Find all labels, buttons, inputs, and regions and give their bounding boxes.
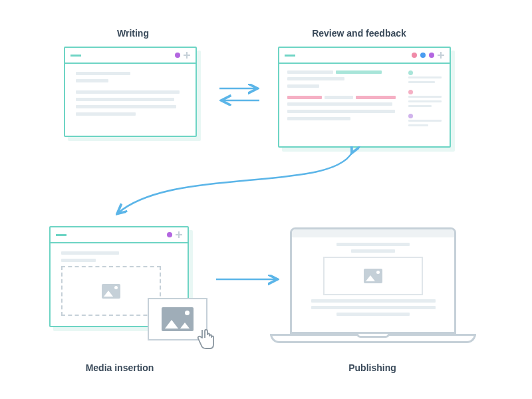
review-content (287, 70, 402, 129)
comment-line (408, 120, 442, 122)
text-line (61, 259, 96, 262)
comment-line (408, 81, 435, 83)
comment-marker (408, 90, 413, 94)
window-controls (175, 52, 190, 59)
dot-icon (429, 53, 434, 58)
text-line (76, 98, 174, 101)
window-header (65, 48, 196, 64)
text-line (287, 70, 333, 74)
comment-line (408, 96, 442, 98)
plus-icon (176, 231, 182, 238)
bidirectional-arrow-icon (213, 78, 266, 112)
window-header (51, 227, 188, 243)
text-line (351, 249, 395, 253)
window-controls (412, 52, 444, 59)
image-icon (102, 284, 120, 299)
arrow-right-icon (213, 273, 286, 286)
window-body (65, 64, 196, 128)
text-line (76, 112, 136, 116)
laptop-screen (290, 227, 456, 334)
text-line (336, 243, 410, 246)
plus-icon (438, 52, 444, 59)
image-dropzone (61, 266, 161, 316)
review-window (278, 47, 451, 148)
text-line (311, 306, 436, 309)
highlight-pink (287, 96, 322, 99)
text-line (325, 96, 353, 99)
text-line (336, 313, 410, 316)
dot-icon (412, 53, 417, 58)
comment-marker (408, 70, 413, 75)
text-line (287, 110, 395, 113)
plus-icon (184, 52, 190, 59)
image-icon (364, 269, 382, 283)
review-label: Review and feedback (293, 28, 426, 39)
browser-chrome (292, 229, 454, 237)
dot-icon (420, 53, 426, 58)
text-line (76, 72, 130, 75)
review-comments (408, 70, 442, 129)
comment-line (408, 76, 442, 78)
writing-window (64, 47, 197, 137)
text-line (76, 79, 108, 82)
text-line (76, 90, 180, 94)
text-line (287, 117, 350, 120)
text-line (311, 299, 436, 303)
writing-label: Writing (93, 28, 173, 39)
text-line (61, 251, 119, 255)
text-line (287, 84, 319, 88)
window-header (279, 48, 450, 64)
menu-icon (56, 234, 66, 236)
media-label: Media insertion (66, 362, 173, 373)
laptop-notch (356, 334, 390, 338)
laptop-base (270, 334, 476, 343)
comment-line (408, 124, 428, 126)
dot-icon (167, 232, 172, 237)
laptop (290, 227, 476, 343)
published-image (323, 257, 423, 295)
highlight-pink (356, 96, 396, 99)
pointer-cursor-icon (197, 329, 215, 350)
dot-icon (175, 53, 180, 58)
comment-line (408, 105, 432, 107)
text-line (76, 105, 176, 108)
comment-line (408, 100, 442, 102)
curved-arrow-icon (106, 146, 372, 226)
menu-icon (285, 55, 295, 57)
image-icon (162, 307, 194, 331)
highlight-teal (336, 70, 382, 74)
window-controls (167, 231, 182, 238)
publishing-label: Publishing (319, 362, 426, 373)
text-line (287, 102, 392, 106)
menu-icon (70, 55, 81, 57)
text-line (287, 77, 344, 80)
window-body (279, 64, 450, 136)
comment-marker (408, 114, 413, 118)
